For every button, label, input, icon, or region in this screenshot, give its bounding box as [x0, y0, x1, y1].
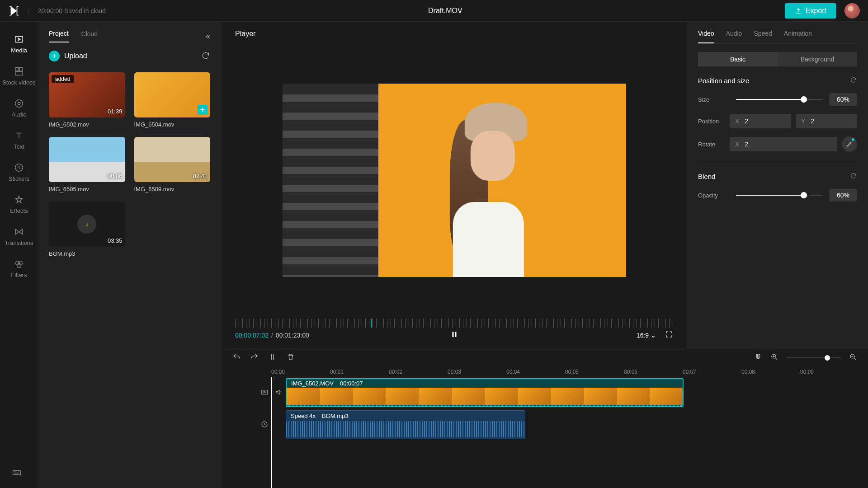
svg-rect-15	[261, 390, 268, 394]
player-time-ruler[interactable]	[235, 319, 673, 328]
zoom-out-icon	[849, 353, 857, 361]
stickers-icon	[14, 163, 24, 173]
top-bar: | 20:00:00 Saved in cloud Draft.MOV Expo…	[0, 0, 868, 22]
player-controls: 00:00:07:02 / 00:01:23:00 16:9 ⌄	[235, 330, 673, 340]
project-tabs: Project Cloud «	[38, 22, 221, 42]
opacity-slider[interactable]	[736, 195, 823, 196]
nav-effects[interactable]: Effects	[0, 188, 38, 221]
project-panel: Project Cloud « + Upload added01:39 IMG_…	[38, 22, 222, 488]
seg-basic[interactable]: Basic	[698, 52, 778, 66]
magnet-icon	[754, 353, 762, 361]
audio-track-icon[interactable]	[260, 420, 269, 430]
nav-transitions[interactable]: Transitions	[0, 221, 38, 253]
divider: |	[28, 7, 30, 14]
delete-button[interactable]	[287, 353, 295, 362]
reset-position-button[interactable]	[850, 76, 857, 85]
redo-button[interactable]	[250, 353, 259, 362]
svg-point-5	[18, 102, 20, 105]
tab-cloud[interactable]: Cloud	[81, 30, 98, 42]
keyboard-shortcuts-button[interactable]	[12, 468, 22, 479]
tab-animation[interactable]: Animation	[784, 30, 812, 43]
tab-video[interactable]: Video	[698, 30, 714, 43]
audio-icon	[14, 99, 24, 108]
rotate-dial[interactable]	[842, 136, 857, 152]
properties-panel: Video Audio Speed Animation Basic Backgr…	[687, 22, 868, 348]
reset-blend-button[interactable]	[850, 172, 857, 181]
zoom-out-button[interactable]	[849, 353, 857, 362]
add-media-button[interactable]: +	[198, 105, 208, 115]
current-time: 00:00:07:02	[235, 332, 269, 339]
tab-audio[interactable]: Audio	[726, 30, 742, 43]
video-viewport[interactable]	[235, 44, 673, 316]
zoom-in-button[interactable]	[770, 353, 778, 362]
position-y-input[interactable]: Y2	[796, 114, 857, 128]
filters-icon	[14, 259, 24, 269]
audio-clip[interactable]: Speed 4xBGM.mp3	[286, 410, 525, 439]
export-button[interactable]: Export	[785, 3, 836, 19]
nav-audio[interactable]: Audio	[0, 92, 38, 124]
nav-text[interactable]: Text	[0, 124, 38, 156]
aspect-ratio-select[interactable]: 16:9 ⌄	[637, 332, 656, 339]
video-track-icon[interactable]	[260, 388, 269, 398]
seg-background[interactable]: Background	[778, 52, 857, 66]
media-item[interactable]: added01:39 IMG_6502.mov	[49, 72, 125, 128]
zoom-in-icon	[770, 353, 778, 361]
timeline-ruler[interactable]: 00:00 00:01 00:02 00:03 00:04 00:05 00:0…	[222, 367, 868, 377]
added-badge: added	[52, 75, 74, 83]
svg-rect-1	[15, 68, 19, 71]
nav-stickers[interactable]: Stickers	[0, 156, 38, 188]
undo-button[interactable]	[232, 353, 241, 362]
rotate-input[interactable]: X2	[730, 137, 837, 151]
playhead[interactable]	[271, 377, 272, 488]
split-button[interactable]	[269, 353, 277, 362]
media-item[interactable]: 00:06 IMG_6505.mov	[49, 137, 125, 192]
opacity-value[interactable]: 60%	[829, 189, 857, 202]
media-item[interactable]: + IMG_6504.mov	[134, 72, 211, 128]
trash-icon	[287, 353, 295, 361]
collapse-panel-button[interactable]: «	[206, 32, 210, 41]
chevron-down-icon: ⌄	[651, 332, 656, 339]
refresh-button[interactable]	[201, 51, 210, 61]
svg-rect-11	[452, 332, 453, 337]
upload-icon	[795, 7, 802, 14]
fullscreen-icon	[665, 330, 673, 338]
project-title: Draft.MOV	[106, 7, 785, 15]
svg-rect-12	[455, 332, 456, 337]
music-note-icon: ♪	[77, 215, 96, 234]
media-grid: added01:39 IMG_6502.mov + IMG_6504.mov 0…	[38, 70, 221, 260]
stock-icon	[14, 66, 24, 76]
mute-track-button[interactable]	[275, 388, 283, 398]
size-value[interactable]: 60%	[829, 93, 857, 106]
video-clip[interactable]: IMG_6502.MOV00:00:07	[286, 378, 684, 407]
redo-icon	[250, 353, 259, 361]
plus-icon: +	[49, 51, 60, 61]
blend-title: Blend	[698, 173, 715, 180]
pencil-icon	[846, 141, 853, 147]
text-icon	[14, 131, 24, 141]
player-title: Player	[235, 30, 673, 38]
tab-speed[interactable]: Speed	[754, 30, 772, 43]
snap-button[interactable]	[754, 353, 762, 362]
nav-media[interactable]: Media	[0, 28, 38, 60]
position-size-title: Position and size	[698, 77, 749, 84]
save-status: 20:00:00 Saved in cloud	[38, 7, 106, 14]
effects-icon	[14, 195, 24, 205]
nav-filters[interactable]: Filters	[0, 253, 38, 285]
svg-rect-3	[15, 72, 23, 75]
app-logo	[8, 5, 20, 17]
user-avatar[interactable]	[844, 3, 860, 19]
nav-stock-videos[interactable]: Stock videos	[0, 60, 38, 92]
media-item[interactable]: 02:41 IMG_6509.mov	[134, 137, 211, 192]
timeline: 00:00 00:01 00:02 00:03 00:04 00:05 00:0…	[222, 348, 868, 488]
media-item[interactable]: ♪03:35 BGM.mp3	[49, 202, 125, 257]
size-slider[interactable]	[736, 99, 823, 100]
pause-button[interactable]	[450, 330, 458, 340]
transitions-icon	[14, 227, 24, 237]
svg-rect-0	[15, 37, 23, 42]
zoom-slider[interactable]	[787, 357, 841, 358]
position-x-input[interactable]: X2	[730, 114, 791, 128]
fullscreen-button[interactable]	[665, 330, 673, 340]
svg-rect-2	[19, 68, 23, 71]
upload-button[interactable]: + Upload	[49, 51, 87, 61]
tab-project[interactable]: Project	[49, 30, 69, 42]
